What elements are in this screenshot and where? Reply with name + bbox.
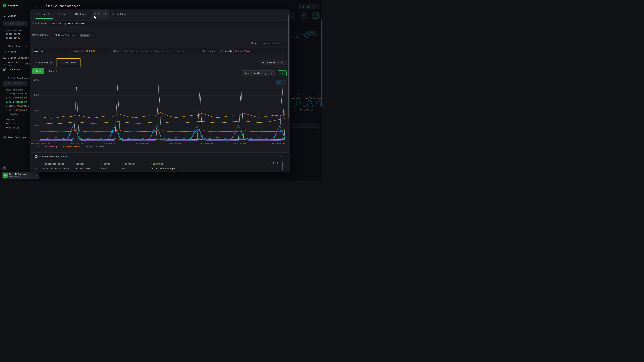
sql-lucene-toggle[interactable]: SQL|Lucene (202, 50, 216, 52)
saved-dashboard-item[interactable]: Simple dashboard (0, 108, 30, 112)
saved-dashboards-input[interactable] (7, 82, 26, 85)
tab-markdown[interactable]: M↓ Markdown (110, 9, 129, 18)
legend-item[interactable]: frontend-proxy (60, 146, 80, 148)
sidebar-item-dashboards[interactable]: Dashboards (0, 67, 30, 73)
events-column-header[interactable]: service (72, 163, 100, 165)
chart-name-field[interactable] (49, 20, 287, 26)
where-field[interactable]: SQL|Lucene (122, 48, 218, 54)
preset-item[interactable]: Kubernetes (0, 126, 30, 130)
help-button[interactable]: ? (2, 166, 6, 170)
table-icon (35, 155, 38, 158)
saved-searches-input[interactable] (7, 22, 26, 25)
event-row[interactable]: ›Nov 6 10:35:22.113 AMfrontendUnset243ro… (30, 171, 279, 172)
tab-number[interactable]: 123 Number (73, 9, 90, 18)
sidebar-item-search[interactable]: Search (0, 13, 30, 19)
saved-dashboard-item[interactable]: ClickPy Analytics (0, 104, 30, 108)
legend-more[interactable]: +12 more (95, 146, 104, 148)
data-source-select[interactable]: Demo Traces Schema (53, 32, 96, 38)
create-dashboard-button[interactable]: + Create Dashboard (0, 76, 30, 80)
preset-item[interactable]: Services (0, 122, 30, 126)
saved-searches-header[interactable]: SAVED SEARCHES (0, 29, 30, 32)
sidebar-item-label: Dashboards (8, 68, 22, 71)
event-cell: 243 (122, 172, 150, 172)
legend-item[interactable]: flagd (82, 146, 92, 148)
logo-row[interactable]: HyperDX (0, 3, 30, 8)
sidebar-item-team-settings[interactable]: Team Settings (0, 134, 30, 140)
sidebar-item-chart-explorer[interactable]: Chart Explorer (0, 43, 30, 49)
events-column-header[interactable]: level (100, 163, 122, 165)
chevron-right-icon: › (36, 174, 37, 177)
sql-option[interactable]: SQL (202, 50, 206, 52)
database-icon (55, 34, 57, 36)
event-cell: 248 (122, 168, 150, 170)
tab-table[interactable]: Table (56, 9, 71, 18)
events-column-header[interactable]: duration (122, 163, 150, 165)
chevron-down-icon (3, 89, 5, 91)
column-settings-icon[interactable] (272, 162, 274, 164)
x-tick-label: 10:00:00 AM (135, 142, 148, 145)
sidebar-item-label: Client Sessions (8, 56, 29, 59)
collapse-events-button[interactable] (280, 156, 283, 158)
set-number-format-button[interactable]: Set number format (260, 60, 287, 65)
where-input[interactable] (124, 49, 200, 52)
cancel-button[interactable]: Cancel (49, 68, 58, 74)
main-chart-svg[interactable] (40, 80, 285, 141)
lucene-option[interactable]: Lucene (208, 50, 216, 52)
saved-dashboard-item[interactable]: My Dashboard (0, 112, 30, 116)
expand-row-icon[interactable]: › (36, 168, 42, 170)
presets-header[interactable]: PRESETS (0, 119, 30, 122)
where-label: Where (113, 48, 120, 54)
event-row[interactable]: ›Nov 6 10:35:23.243 AMfrontend-proxyUnse… (30, 167, 279, 171)
table-icon (58, 13, 61, 15)
sidebar-item-alerts[interactable]: Alerts (0, 49, 30, 55)
events-scrollbar[interactable] (282, 162, 283, 170)
download-icon[interactable] (276, 162, 278, 164)
sidebar: HyperDX Search SAVED SEARCHES mikes aler… (0, 0, 30, 181)
x-tick-label: Nov 6 9:35:00 AM (31, 142, 50, 145)
run-chart-button[interactable] (278, 70, 286, 76)
saved-dashboard-item[interactable]: Simple dashboard (0, 100, 30, 104)
saved-search-item[interactable]: mikes alert (0, 32, 30, 36)
y-tick-label: 1.6K (30, 79, 39, 81)
line-chart-icon[interactable] (276, 80, 281, 85)
granularity-select[interactable]: Auto Granularity (242, 70, 274, 76)
legend-item[interactable]: accounting (42, 146, 57, 148)
save-button[interactable]: Save (32, 68, 44, 74)
field-expression: Duration/1000000 (73, 50, 95, 52)
events-title: Sample Matched Events (39, 155, 69, 158)
expand-row-icon[interactable]: › (36, 172, 42, 172)
aggregation-select[interactable]: Average (32, 48, 69, 54)
editor-tabs: Line/Bar Table 123 Number Search M↓ Mark… (34, 9, 129, 18)
plus-circle-icon (35, 61, 37, 64)
chart-name-input[interactable] (51, 22, 285, 25)
alias-input[interactable] (262, 42, 285, 45)
beta-badge: BETA (25, 62, 30, 65)
add-series-button[interactable]: Add Series (34, 60, 54, 65)
x-tick-label: 9:52:00 AM (104, 142, 115, 145)
sidebar-item-client-sessions[interactable]: Client Sessions (0, 55, 30, 61)
group-by-value: ServiceName (235, 50, 250, 52)
event-cell: frontend (72, 172, 100, 172)
saved-search-item[interactable]: mikes tets2 (0, 36, 30, 40)
chevron-down-icon (270, 72, 273, 74)
saved-dashboards-header[interactable]: SAVED DASHBOARD (0, 89, 30, 91)
modal-scrollbar[interactable] (288, 15, 289, 119)
code-view-icon[interactable]: </> (268, 162, 271, 164)
user-menu[interactable]: DM Dale McDiarmid demo-service - › (2, 172, 39, 179)
page-scrollbar[interactable] (321, 19, 322, 107)
group-by-field[interactable]: ServiceName (233, 48, 287, 54)
tab-line-bar[interactable]: Line/Bar (34, 9, 54, 18)
legend-item[interactable]: ad (33, 146, 39, 148)
event-cell: router frontend egress (150, 172, 279, 172)
saved-dashboard-item[interactable]: ClickPy Analytics (0, 91, 30, 96)
field-expression-input[interactable]: Duration/1000000 (71, 48, 110, 54)
events-column-header[interactable]: SpanName (150, 163, 279, 165)
legend-dash (82, 147, 85, 147)
saved-dashboard-item[interactable]: Simple Dashboard (0, 96, 30, 100)
page-title: Simple dashboard (44, 4, 81, 8)
alias-field[interactable] (260, 40, 287, 46)
bar-chart-icon[interactable] (281, 80, 286, 85)
events-column-header[interactable]: Timestamp (Local) (42, 163, 72, 165)
sidebar-item-service-map[interactable]: Service Map BETA (0, 61, 30, 67)
data-source-value: Demo Traces (58, 34, 74, 36)
